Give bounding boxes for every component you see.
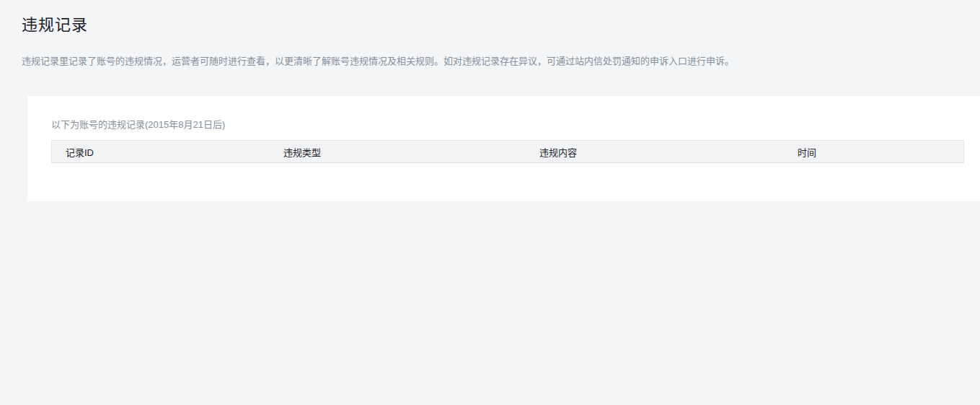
column-header-violation-type: 违规类型: [270, 141, 526, 162]
violation-records-page: 违规记录 违规记录里记录了账号的违规情况，运营者可随时进行查看，以更清晰了解账号…: [0, 0, 980, 201]
column-header-violation-content: 违规内容: [526, 141, 784, 162]
page-description: 违规记录里记录了账号的违规情况，运营者可随时进行查看，以更清晰了解账号违规情况及…: [22, 56, 958, 66]
column-header-record-id: 记录ID: [52, 141, 270, 162]
records-table-body-empty: [51, 163, 964, 201]
page-title: 违规记录: [22, 15, 958, 35]
records-table-header: 记录ID 违规类型 违规内容 时间: [51, 140, 964, 163]
records-intro: 以下为账号的违规记录(2015年8月21日后): [51, 120, 964, 129]
records-card: 以下为账号的违规记录(2015年8月21日后) 记录ID 违规类型 违规内容 时…: [27, 96, 980, 201]
column-header-time: 时间: [784, 141, 963, 162]
page-header: 违规记录 违规记录里记录了账号的违规情况，运营者可随时进行查看，以更清晰了解账号…: [0, 0, 980, 66]
